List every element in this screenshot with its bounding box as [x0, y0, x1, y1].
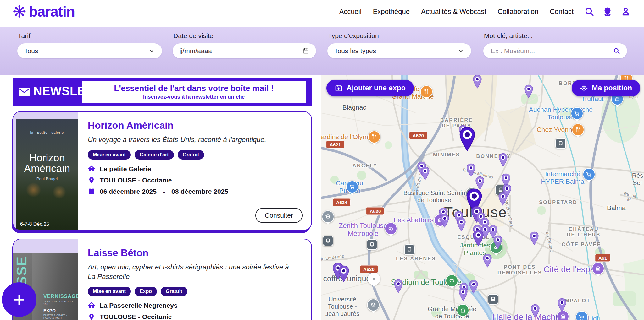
map-label: CHÂTEAU DE L'HERS [567, 226, 601, 238]
date-start: 06 décembre 2025 [100, 188, 157, 195]
newsletter-box: L'essentiel de l'art dans votre boîte ma… [82, 81, 306, 103]
map-poi-restaurant-icon[interactable] [368, 131, 380, 143]
my-position-button[interactable]: Ma position [572, 80, 640, 96]
map-label: Balma [607, 204, 626, 212]
tag-badge: Expo [135, 287, 157, 296]
map-label: Grande Mosquée de Toulouse [428, 306, 476, 320]
expo-list: NEWSLETTER L'essentiel de l'art dans vot… [13, 78, 312, 320]
map-label: Intermarché HYPER Balma [541, 170, 585, 185]
expo-map-pin[interactable] [457, 126, 477, 153]
map-poi-dot-icon[interactable] [368, 273, 380, 285]
expo-description: Art, open mic, cypher et t-shirts sérigr… [88, 263, 295, 281]
filter-label: Type d'exposition [328, 32, 379, 40]
card-body: Laisse Béton Art, open mic, cypher et t-… [13, 239, 311, 320]
map-poi-mosque-icon[interactable] [457, 304, 469, 317]
nav-item[interactable]: Actualités & Webcast [421, 8, 486, 16]
expo-card-horizon-americain: lapetitegalerie Horizon Américain Paul B… [13, 111, 312, 231]
map-poi-train-icon[interactable] [555, 138, 566, 149]
keyword-search-input[interactable] [490, 47, 613, 55]
expo-title[interactable]: Horizon Américain [88, 120, 302, 131]
map-label: Université Toulouse - Jean Jaurès [325, 296, 359, 317]
expo-map-pin[interactable] [523, 84, 534, 100]
expo-map-pin[interactable] [530, 304, 541, 319]
map-poi-cart-icon[interactable] [583, 168, 595, 181]
expo-map-pin[interactable] [472, 75, 483, 90]
map-label: ANCELY [353, 163, 377, 169]
map-label: Les Abattoirs [394, 216, 434, 224]
tag-list: Mise en avantGalerie d'artGratuit [88, 150, 302, 160]
expo-map-pin[interactable] [393, 279, 404, 295]
road-badge: A620 [409, 131, 427, 139]
map-label: Blagnac [342, 104, 366, 111]
road-badge: A620 [366, 207, 384, 215]
map-poi-museum-icon[interactable] [592, 262, 604, 275]
search-icon [613, 47, 620, 54]
map-poi-train-icon[interactable] [404, 244, 415, 255]
nav-item[interactable]: Contact [550, 8, 574, 16]
tag-badge: Mise en avant [88, 287, 131, 296]
expo-map-pin[interactable] [471, 229, 485, 248]
venue-name: La Passerelle Negreneys [100, 302, 178, 309]
home-icon [88, 302, 95, 309]
header: ❋ baratin AccueilExpothèqueActualités & … [0, 0, 644, 23]
expo-map-pin[interactable] [458, 287, 469, 303]
map-poi-cart-icon[interactable] [571, 107, 583, 120]
map-label: Lidl [588, 314, 598, 320]
map-poi-stadium-icon[interactable] [446, 274, 458, 287]
map-poi-train-icon[interactable] [367, 239, 377, 250]
map[interactable]: BlagnacBARRIÈRE DE PARISBORDEROUGELe Buf… [321, 75, 644, 320]
map-label: MINIMES [433, 152, 460, 158]
location-pin-icon [88, 176, 95, 184]
add-expo-button[interactable]: Ajouter une expo [326, 80, 414, 96]
map-label: LES ARÈNES [396, 256, 436, 262]
map-label: PONT DES DEMOISELLES [497, 264, 542, 276]
map-poi-restaurant-icon[interactable] [420, 85, 433, 98]
consult-button[interactable]: Consulter [255, 208, 303, 223]
expo-map-pin[interactable] [419, 166, 431, 182]
location-row: TOULOUSE - Occitanie [88, 313, 302, 320]
expo-map-pin[interactable] [337, 265, 351, 284]
type-select[interactable]: Tous les types [327, 43, 471, 58]
map-poi-cart-icon[interactable] [346, 181, 358, 193]
tarif-select[interactable]: Tous [17, 43, 162, 58]
venue-row: La petite Galerie [88, 165, 302, 173]
map-poi-train-icon[interactable] [323, 236, 333, 246]
user-icon[interactable] [621, 7, 631, 17]
envelope-icon [18, 86, 31, 98]
road-badge: A620 [360, 265, 378, 273]
map-poi-train-icon[interactable] [488, 294, 498, 305]
add-floating-button[interactable]: + [2, 282, 36, 317]
tag-list: Mise en avantExpoGratuit [88, 287, 302, 296]
map-poi-restaurant-icon[interactable] [572, 123, 584, 136]
nav-item[interactable]: Expothèque [373, 8, 410, 16]
brand-name: baratin [29, 3, 75, 20]
tag-badge: Gratuit [161, 287, 187, 296]
expo-map-pin[interactable] [439, 214, 450, 229]
expo-map-pin[interactable] [482, 253, 493, 269]
expo-title[interactable]: Laisse Béton [88, 247, 302, 259]
newsletter-banner[interactable]: NEWSLETTER L'essentiel de l'art dans vot… [13, 78, 312, 106]
nav-item[interactable]: Collaboration [498, 8, 539, 16]
nav-item[interactable]: Accueil [339, 8, 362, 16]
road-badge: A61 [595, 254, 611, 262]
chevron-down-icon [148, 47, 155, 54]
expo-map-pin[interactable] [529, 231, 540, 247]
location-pin-icon[interactable] [602, 7, 613, 17]
map-poi-masks-icon[interactable] [385, 222, 397, 235]
tag-badge: Galerie d'art [135, 150, 174, 160]
map-poi-school-icon[interactable] [322, 210, 334, 223]
expo-map-pin[interactable] [468, 279, 479, 295]
location-row: TOULOUSE - Occitanie [88, 176, 302, 184]
newsletter-headline: L'essentiel de l'art dans votre boîte ma… [82, 84, 306, 93]
card-body: Horizon Américain Un voyage à travers le… [13, 112, 311, 230]
expo-map-pin[interactable] [497, 153, 509, 168]
expo-map-pin[interactable] [456, 217, 467, 233]
expo-map-pin[interactable] [497, 192, 508, 207]
search-icon[interactable] [584, 7, 594, 17]
expo-map-pin[interactable] [556, 298, 568, 313]
map-poi-school-icon[interactable] [367, 299, 380, 311]
brand-logo[interactable]: ❋ baratin [13, 3, 75, 20]
date-input[interactable]: jj/mm/aaaa [173, 43, 316, 58]
expo-map-pin[interactable] [492, 235, 503, 251]
date-end: 08 décembre 2025 [171, 188, 228, 195]
